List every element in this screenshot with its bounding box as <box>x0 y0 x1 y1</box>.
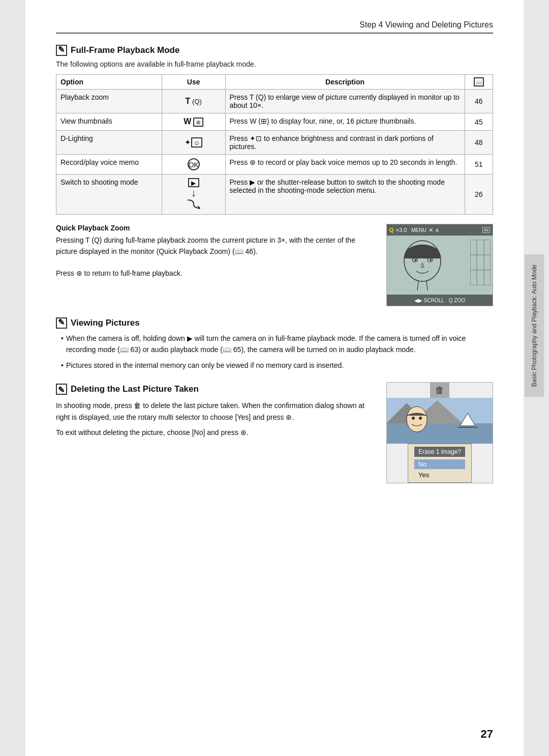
scene-drawing <box>386 398 493 444</box>
cell-description: Press ⊛ to record or play back voice mem… <box>225 155 465 175</box>
erase-image-area <box>386 398 493 444</box>
trash-icon: 🗑 <box>435 385 444 396</box>
qpz-body: Pressing T (Q) during full-frame playbac… <box>56 235 376 279</box>
camera-toolbar: Q ×3.0 MENU ✕ ∧ IN <box>387 224 493 236</box>
deleting-body2: To exit without deleting the picture, ch… <box>56 427 376 438</box>
erase-dialog-box: Erase 1 image? No Yes <box>408 444 472 483</box>
options-table: Option Use Description 📖 Playback zoomT … <box>56 74 493 215</box>
cell-description: Press T (Q) to enlarge view of picture c… <box>225 90 465 113</box>
table-row: D-Lighting✦☺Press ✦⊡ to enhance brightne… <box>56 131 493 155</box>
deleting-section: Deleting the Last Picture Taken In shoot… <box>56 382 493 483</box>
col-header-option: Option <box>56 75 162 90</box>
page: Step 4 Viewing and Deleting Pictures Ful… <box>25 0 524 756</box>
pencil-icon-3 <box>56 384 67 395</box>
svg-rect-16 <box>386 423 493 444</box>
qpz-text: Quick Playback Zoom Pressing T (Q) durin… <box>56 224 376 306</box>
table-row: Record/play voice memoOKPress ⊛ to recor… <box>56 155 493 175</box>
cell-option: Switch to shooting mode <box>56 175 162 215</box>
grid-decoration <box>470 240 491 285</box>
qpz-title: Quick Playback Zoom <box>56 224 376 232</box>
quick-playback-zoom-section: Quick Playback Zoom Pressing T (Q) durin… <box>56 224 493 306</box>
cell-use: W ⊞ <box>162 113 225 131</box>
viewing-bullet-list: When the camera is off, holding down ▶ w… <box>56 333 493 371</box>
cell-description: Press W (⊞) to display four, nine, or, 1… <box>225 113 465 131</box>
table-row: Playback zoomT (Q)Press T (Q) to enlarge… <box>56 90 493 113</box>
page-number: 27 <box>481 728 493 741</box>
viewing-pictures-section: Viewing Pictures When the camera is off,… <box>56 317 493 371</box>
page-header: Step 4 Viewing and Deleting Pictures <box>56 20 493 34</box>
svg-point-3 <box>414 259 416 261</box>
header-title: Step 4 Viewing and Deleting Pictures <box>359 20 493 29</box>
cell-option: Record/play voice memo <box>56 155 162 175</box>
camera-screen: Q ×3.0 MENU ✕ ∧ IN <box>387 224 493 306</box>
cell-page-ref: 51 <box>465 155 493 175</box>
face-drawing <box>397 236 448 292</box>
viewing-title: Viewing Pictures <box>56 317 493 329</box>
erase-no: No <box>414 459 465 469</box>
col-header-description: Description <box>225 75 465 90</box>
svg-point-19 <box>419 417 422 420</box>
erase-yes: Yes <box>414 470 465 480</box>
svg-point-17 <box>407 406 427 432</box>
deleting-text: Deleting the Last Picture Taken In shoot… <box>56 382 376 483</box>
cell-page-ref: 46 <box>465 90 493 113</box>
table-row: View thumbnailsW ⊞Press W (⊞) to display… <box>56 113 493 131</box>
svg-point-4 <box>430 259 432 261</box>
table-row: Switch to shooting mode▶↓Press ▶ or the … <box>56 175 493 215</box>
col-header-use: Use <box>162 75 225 90</box>
cell-page-ref: 48 <box>465 131 493 155</box>
side-tab-text: Basic Photography and Playback: Auto Mod… <box>531 265 538 387</box>
cell-use: ▶↓ <box>162 175 225 215</box>
side-tab: Basic Photography and Playback: Auto Mod… <box>525 254 544 397</box>
erase-question: Erase 1 image? <box>414 447 465 457</box>
cell-option: View thumbnails <box>56 113 162 131</box>
cell-page-ref: 45 <box>465 113 493 131</box>
bullet-2: Pictures stored in the internal memory c… <box>61 360 493 371</box>
svg-line-6 <box>426 281 428 290</box>
deleting-body: In shooting mode, press 🗑 to delete the … <box>56 400 376 423</box>
cell-description: Press ▶ or the shutter-release button to… <box>225 175 465 215</box>
cell-use: T (Q) <box>162 90 225 113</box>
full-frame-subtitle: The following options are available in f… <box>56 60 493 68</box>
cell-use: OK <box>162 155 225 175</box>
svg-line-5 <box>417 281 418 290</box>
cell-option: D-Lighting <box>56 131 162 155</box>
svg-point-18 <box>412 417 415 420</box>
cell-page-ref: 26 <box>465 175 493 215</box>
col-header-ref: 📖 <box>465 75 493 90</box>
svg-rect-7 <box>470 240 491 285</box>
deleting-title: Deleting the Last Picture Taken <box>56 382 376 396</box>
qpz-line1: Pressing T (Q) during full-frame playbac… <box>56 236 355 255</box>
cell-use: ✦☺ <box>162 131 225 155</box>
bullet-1: When the camera is off, holding down ▶ w… <box>61 333 493 356</box>
erase-top: 🗑 <box>430 383 449 398</box>
cell-description: Press ✦⊡ to enhance brightness and contr… <box>225 131 465 155</box>
pencil-icon <box>56 45 67 56</box>
full-frame-section: Full-Frame Playback Mode The following o… <box>56 45 493 215</box>
cell-option: Playback zoom <box>56 90 162 113</box>
camera-screen-bottom: ◀▶ SCROLL Q ZOO <box>387 295 493 306</box>
full-frame-title: Full-Frame Playback Mode <box>56 45 493 56</box>
qpz-line2: Press ⊛ to return to full-frame playback… <box>56 269 182 277</box>
pencil-icon-2 <box>56 317 67 329</box>
qpz-image: Q ×3.0 MENU ✕ ∧ IN <box>386 224 493 306</box>
erase-dialog-image: 🗑 <box>386 382 493 483</box>
